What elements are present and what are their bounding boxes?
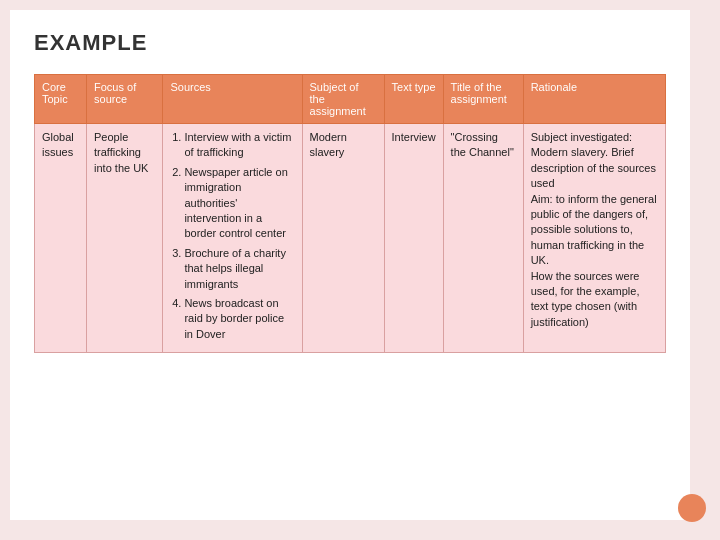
list-item: Newspaper article on immigration authori… [184,165,294,242]
table-header-row: Core Topic Focus of source Sources Subje… [35,75,666,124]
main-page: Example Core Topic Focus of source Sourc… [10,10,690,520]
header-title: Title of the assignment [443,75,523,124]
header-rationale: Rationale [523,75,665,124]
list-item: News broadcast on raid by border police … [184,296,294,342]
rationale-text: Subject investigated: Modern slavery. Br… [531,131,657,328]
cell-core-topic: Global issues [35,124,87,353]
header-sources: Sources [163,75,302,124]
cell-subject: Modern slavery [302,124,384,353]
header-focus: Focus of source [87,75,163,124]
list-item: Brochure of a charity that helps illegal… [184,246,294,292]
cell-sources: Interview with a victim of trafficking N… [163,124,302,353]
header-text-type: Text type [384,75,443,124]
cell-title: "Crossing the Channel" [443,124,523,353]
cell-focus: People trafficking into the UK [87,124,163,353]
header-subject: Subject of the assignment [302,75,384,124]
cell-rationale: Subject investigated: Modern slavery. Br… [523,124,665,353]
header-core-topic: Core Topic [35,75,87,124]
list-item: Interview with a victim of trafficking [184,130,294,161]
orange-circle-decoration [678,494,706,522]
title-text: Example [34,30,147,55]
page-title: Example [34,30,666,56]
example-table: Core Topic Focus of source Sources Subje… [34,74,666,353]
sources-list: Interview with a victim of trafficking N… [170,130,294,342]
table-row: Global issues People trafficking into th… [35,124,666,353]
cell-text-type: Interview [384,124,443,353]
